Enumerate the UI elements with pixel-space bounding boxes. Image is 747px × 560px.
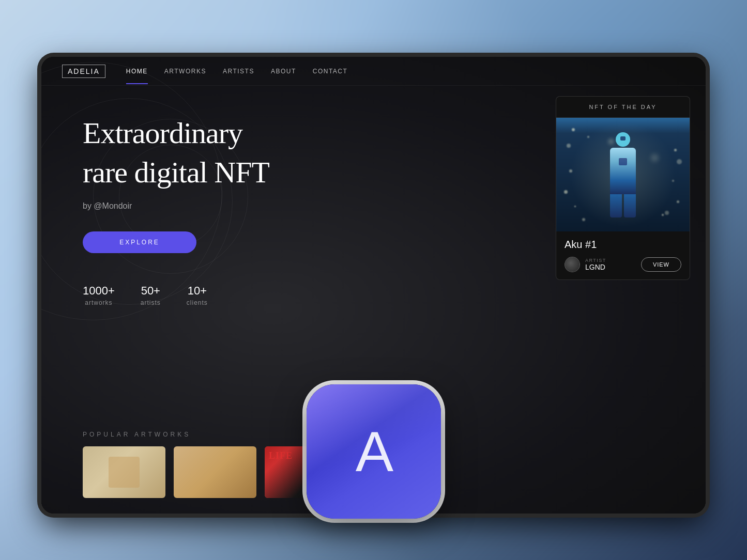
- stat-artists: 50+ artists: [141, 284, 161, 307]
- nft-image: [556, 118, 690, 231]
- nft-info: Aku #1 ARTIST LGND V: [556, 231, 690, 279]
- thumb-1-bg: [83, 446, 165, 498]
- artwork-thumb-1[interactable]: [83, 446, 165, 498]
- hero-title-line1: Extraordinary: [83, 117, 520, 150]
- bokeh-15: [651, 154, 659, 162]
- nav-link-about[interactable]: ABOUT: [271, 68, 296, 75]
- bokeh-4: [674, 149, 677, 151]
- view-button[interactable]: VIEW: [641, 257, 681, 272]
- nft-head-mark: [620, 136, 626, 141]
- nft-head: [616, 132, 630, 147]
- nft-avatar-inner: [565, 257, 580, 272]
- nft-leg-right: [624, 194, 636, 217]
- stat-artworks: 1000+ artworks: [83, 284, 115, 307]
- thumb-3-text: LIFE: [269, 450, 293, 461]
- app-icon-background: A: [307, 384, 441, 519]
- nft-legs: [610, 194, 636, 217]
- bokeh-12: [582, 218, 585, 221]
- nft-card-header: NFT OF THE DAY: [556, 97, 690, 118]
- bokeh-8: [564, 190, 568, 194]
- hero-title-line2: rare digital NFT: [83, 156, 520, 189]
- nft-leg-left: [610, 194, 622, 217]
- stat-artists-number: 50+: [141, 284, 161, 298]
- bokeh-6: [569, 169, 572, 173]
- nft-figure: [610, 132, 636, 217]
- nav-link-artworks[interactable]: ARTWORKS: [164, 68, 206, 75]
- navigation: ADELIA HOME ARTWORKS ARTISTS ABOUT CONTA…: [41, 57, 706, 86]
- nav-link-artists[interactable]: ARTISTS: [223, 68, 254, 75]
- bokeh-13: [662, 214, 664, 216]
- nft-art: [556, 118, 690, 231]
- nav-links: HOME ARTWORKS ARTISTS ABOUT CONTACT: [126, 68, 348, 75]
- site-logo[interactable]: ADELIA: [62, 65, 105, 78]
- stat-clients-label: clients: [187, 299, 208, 306]
- nft-body: [610, 148, 636, 194]
- app-icon-overlay[interactable]: A: [307, 384, 441, 519]
- bokeh-2: [587, 136, 589, 138]
- stat-artists-label: artists: [141, 299, 161, 306]
- explore-button[interactable]: EXPLORE: [83, 231, 196, 253]
- bokeh-3: [567, 144, 571, 148]
- hero-subtitle: by @Mondoir: [83, 201, 520, 211]
- hero-title: Extraordinary rare digital NFT: [83, 117, 520, 195]
- nav-link-contact[interactable]: CONTACT: [313, 68, 348, 75]
- stat-clients: 10+ clients: [187, 284, 208, 307]
- nft-card: NFT OF THE DAY: [556, 96, 690, 280]
- bokeh-5: [677, 159, 682, 164]
- thumb-2-bg: [174, 446, 256, 498]
- bokeh-1: [572, 128, 575, 131]
- nft-artist-text: ARTIST LGND: [585, 258, 606, 271]
- bokeh-9: [677, 200, 679, 203]
- bokeh-11: [665, 211, 669, 215]
- app-icon-letter: A: [356, 423, 391, 480]
- nft-artist-avatar: [565, 257, 580, 272]
- nft-artist-label: ARTIST: [585, 258, 606, 263]
- nav-link-home[interactable]: HOME: [126, 68, 148, 75]
- bokeh-7: [672, 180, 674, 182]
- stat-clients-number: 10+: [187, 284, 208, 298]
- nft-chest-mark: [619, 158, 627, 165]
- nft-artist-info: ARTIST LGND: [565, 257, 606, 272]
- nft-name: Aku #1: [565, 239, 681, 251]
- bokeh-10: [574, 206, 576, 207]
- thumb-1-art: [109, 457, 140, 488]
- artwork-thumb-2[interactable]: [174, 446, 256, 498]
- nft-artist-row: ARTIST LGND VIEW: [565, 257, 681, 272]
- stats-row: 1000+ artworks 50+ artists 10+ clients: [83, 284, 520, 307]
- stat-artworks-label: artworks: [85, 299, 112, 306]
- stat-artworks-number: 1000+: [83, 284, 115, 298]
- nft-artist-name: LGND: [585, 263, 606, 271]
